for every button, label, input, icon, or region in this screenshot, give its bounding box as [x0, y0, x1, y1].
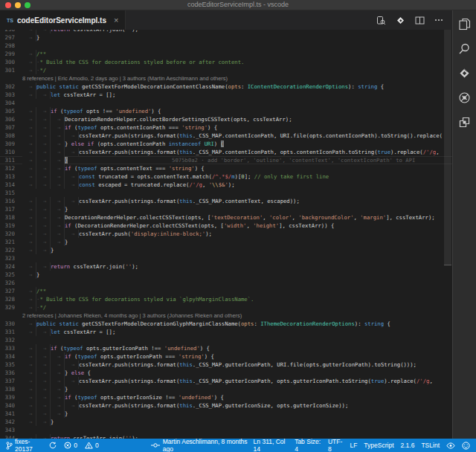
code-line[interactable]: 317→→→} [0, 205, 452, 213]
code-line[interactable]: 333→→if (typeof opts.gutterIconPath !== … [0, 344, 452, 352]
code-line[interactable]: 306→→→DecorationRenderHelper.collectBord… [0, 115, 452, 123]
line-number[interactable]: 323 [0, 254, 22, 262]
minimize-window-button[interactable] [15, 2, 21, 8]
line-number[interactable]: 321 [0, 238, 22, 246]
eol-indicator[interactable]: LF [350, 442, 357, 449]
line-number[interactable]: 324 [0, 262, 22, 271]
code-line[interactable]: 329→·*/ [0, 303, 452, 311]
line-number[interactable]: 330 [0, 320, 22, 328]
line-number[interactable]: 340 [0, 401, 22, 410]
tslint-status[interactable]: TSLint [421, 442, 440, 449]
line-number[interactable]: 299 [0, 50, 22, 58]
branch-indicator[interactable]: fixes-20137 [6, 438, 42, 452]
line-number[interactable]: 320 [0, 230, 22, 238]
line-number[interactable]: 338 [0, 385, 22, 393]
code-line[interactable]: 320→→→→cssTextArr.push('display:inline-b… [0, 230, 452, 238]
code-line[interactable]: 308→→→→cssTextArr.push(strings.format(th… [0, 132, 452, 140]
close-tab-icon[interactable]: × [114, 16, 118, 25]
zoom-window-button[interactable] [25, 2, 30, 8]
code-line[interactable]: 323 [0, 254, 452, 262]
code-line[interactable]: 342→→} [0, 418, 452, 426]
split-editor-icon[interactable] [415, 16, 425, 25]
line-number[interactable]: 334 [0, 352, 22, 361]
code-line[interactable]: 330→public static getCSSTextForModelDeco… [0, 320, 452, 328]
activitybar-item-search[interactable] [457, 42, 472, 57]
line-number[interactable]: 313 [0, 172, 22, 181]
code-area[interactable]: 296→→return cssTextArr.join('');297→}298… [0, 30, 452, 439]
line-number[interactable]: 297 [0, 33, 22, 42]
code-line[interactable]: 331→→let cssTextArr = []; [0, 328, 452, 336]
code-line[interactable]: 303→→let cssTextArr = []; [0, 91, 452, 99]
code-line[interactable]: 310→→→→cssTextArr.push(strings.format(th… [0, 148, 452, 156]
code-line[interactable]: 324→→return cssTextArr.join(''); [0, 262, 452, 271]
feedback-smiley-button[interactable] [462, 442, 470, 450]
line-number[interactable]: 325 [0, 271, 22, 279]
git-blame-status[interactable]: Martin Aeschlimann, 8 months ago [151, 438, 254, 452]
encoding[interactable]: UTF-8 [328, 438, 344, 452]
code-line[interactable]: 300→·* Build the CSS for decorations sty… [0, 58, 452, 66]
more-actions-icon[interactable] [434, 19, 443, 22]
codelens-line[interactable]: 8 references | Eric Amodio, 2 days ago |… [0, 74, 452, 83]
line-number[interactable]: 317 [0, 205, 22, 213]
close-window-button[interactable] [5, 2, 11, 8]
activitybar-item-git[interactable] [457, 67, 472, 82]
line-number[interactable]: 335 [0, 361, 22, 369]
line-number[interactable]: 314 [0, 181, 22, 189]
code-line[interactable]: 325→} [0, 271, 452, 279]
code-line[interactable]: 319→→→if (DecorationRenderHelper.collect… [0, 222, 452, 230]
code-line[interactable]: 309→→→} else if (opts.contentIconPath in… [0, 140, 452, 148]
code-line[interactable]: 336→→→} else { [0, 369, 452, 377]
line-number[interactable]: 329 [0, 303, 22, 311]
ts-version[interactable]: 2.1.6 [401, 442, 415, 449]
line-number[interactable]: 336 [0, 369, 22, 377]
code-line[interactable]: 328→·* Build the CSS for decorations sty… [0, 295, 452, 303]
code-line[interactable]: 307→→→if (typeof opts.contentIconPath ==… [0, 123, 452, 132]
code-line[interactable]: 326 [0, 279, 452, 287]
line-number[interactable]: 306 [0, 115, 22, 123]
code-line[interactable]: 341→→→} [0, 410, 452, 418]
scrollbar-thumb[interactable] [444, 30, 451, 265]
codelens-line[interactable]: 2 references | Johannes Rieken, 4 months… [0, 311, 452, 320]
code-line[interactable]: 301→·*/ [0, 66, 452, 74]
line-number[interactable]: 304 [0, 99, 22, 107]
line-number[interactable]: 308 [0, 132, 22, 140]
language-mode[interactable]: TypeScript [364, 442, 393, 449]
line-number[interactable]: 312 [0, 164, 22, 172]
tab-size[interactable]: Tab Size: 4 [295, 438, 321, 452]
code-line[interactable]: 344→→return cssTextArr.join(''); [0, 434, 452, 439]
line-number[interactable]: 318 [0, 213, 22, 222]
code-editor[interactable]: 296→→return cssTextArr.join('');297→}298… [0, 30, 452, 439]
code-line[interactable]: 297→} [0, 33, 452, 42]
line-number[interactable]: 331 [0, 328, 22, 336]
line-number[interactable]: 339 [0, 393, 22, 401]
code-line[interactable]: 339→→→if (typeof opts.gutterIconSize !==… [0, 393, 452, 401]
code-line[interactable]: 302→public static getCSSTextForModelDeco… [0, 83, 452, 91]
line-number[interactable]: 327 [0, 287, 22, 295]
code-line[interactable]: 315 [0, 189, 452, 197]
line-number[interactable]: 337 [0, 377, 22, 385]
line-number[interactable]: 309 [0, 140, 22, 148]
sync-button[interactable] [49, 442, 57, 449]
line-number[interactable]: 322 [0, 246, 22, 254]
warnings-indicator[interactable]: 0 [85, 442, 99, 449]
line-number[interactable]: 343 [0, 426, 22, 434]
preview-eye-button[interactable] [446, 442, 455, 449]
code-line[interactable]: 304 [0, 99, 452, 107]
line-number[interactable]: 298 [0, 42, 22, 50]
code-line[interactable]: 316→→→→cssTextArr.push(strings.format(th… [0, 197, 452, 205]
code-line[interactable]: 299→/** [0, 50, 452, 58]
code-line[interactable]: 312→→→if (typeof opts.contentText === 's… [0, 164, 452, 172]
line-number[interactable]: 302 [0, 83, 22, 91]
line-number[interactable]: 300 [0, 58, 22, 66]
code-line[interactable]: 332 [0, 336, 452, 344]
code-line[interactable]: 343 [0, 426, 452, 434]
line-number[interactable]: 311 [0, 156, 22, 164]
line-number[interactable]: 342 [0, 418, 22, 426]
open-preview-icon[interactable] [376, 16, 386, 25]
line-number[interactable]: 344 [0, 434, 22, 439]
activitybar-item-files[interactable] [457, 18, 472, 33]
code-line[interactable]: 337→→→→cssTextArr.push(strings.format(th… [0, 377, 452, 385]
errors-indicator[interactable]: 0 [64, 442, 77, 449]
code-line[interactable]: 311→→→} 5075b0a2 · add 'border', 'outlin… [0, 156, 452, 164]
line-number[interactable]: 301 [0, 66, 22, 74]
